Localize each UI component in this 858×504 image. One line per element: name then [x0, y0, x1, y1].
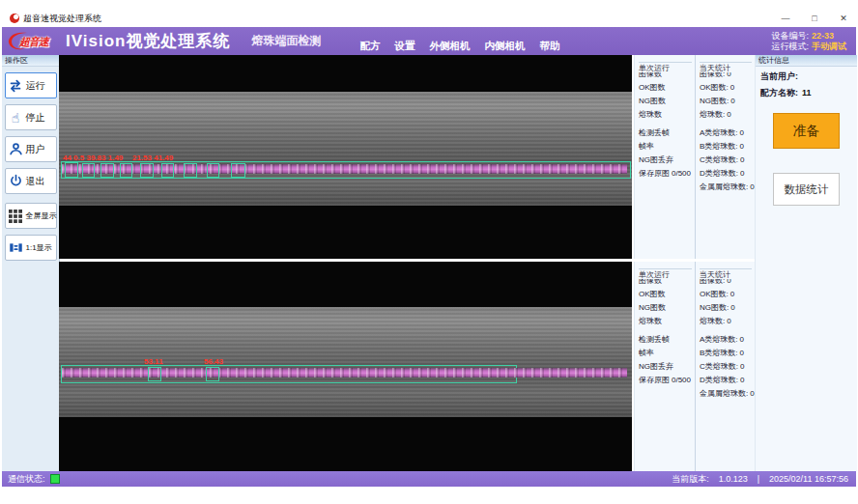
- app-subtitle: 熔珠端面检测: [251, 33, 321, 49]
- stat-label: 熔珠数: [639, 110, 662, 119]
- bead-detection-box: [184, 163, 197, 178]
- camera-viewport-bottom: 53.11 56.43: [59, 262, 632, 471]
- stat-value: 0: [730, 290, 734, 298]
- stat-label: NG图丢弃: [639, 155, 673, 164]
- menu-outer-camera[interactable]: 外侧相机: [429, 40, 470, 53]
- stat-label: 熔珠数: [639, 317, 662, 325]
- window-titlebar: 超音速视觉处理系统 — □ ✕: [2, 10, 856, 27]
- stat-label: 检测丢帧: [639, 128, 670, 137]
- bead-detection-box: [206, 367, 219, 381]
- stat-label: OK图数: [639, 83, 666, 92]
- single-run-header: 单次运行: [639, 64, 672, 72]
- one-to-one-icon: [8, 239, 24, 256]
- user-button-label: 用户: [26, 143, 45, 156]
- exit-button[interactable]: 退出: [5, 168, 57, 194]
- stat-value: 0: [740, 362, 744, 371]
- bead-detection-box: [231, 163, 245, 178]
- stat-label: 熔珠数:: [700, 317, 725, 325]
- minimize-icon[interactable]: —: [779, 12, 792, 25]
- stat-label: 金属屑熔珠数:: [700, 182, 748, 191]
- sidebar-title: 操作区: [2, 55, 59, 67]
- stop-button[interactable]: ☝ 停止: [5, 104, 57, 130]
- stat-row: 检测丢帧: [639, 333, 695, 347]
- daily-stats-header: 当天统计: [700, 270, 733, 279]
- current-user-label: 当前用户:: [760, 71, 798, 81]
- statistics-info-panel: 统计信息 当前用户: 配方名称:11 准备 数据统计: [755, 55, 857, 471]
- bead-detection-box: [161, 163, 174, 178]
- stat-row: NG图丢弃: [639, 360, 695, 374]
- menu-help[interactable]: 帮助: [539, 40, 559, 53]
- brand-logo: 超音速: [6, 29, 62, 54]
- stat-label: A类熔珠数:: [700, 335, 738, 344]
- comm-status-label: 通信状态:: [8, 473, 45, 486]
- single-run-column: 单次运行 图像数OK图数NG图数熔珠数检测丢帧帧率NG图丢弃保存原图0/500: [635, 55, 695, 259]
- version-value: 1.0.123: [719, 474, 748, 484]
- app-title: IVision视觉处理系统: [66, 30, 230, 52]
- power-icon: [8, 173, 24, 189]
- stat-row: A类熔珠数:0: [700, 333, 755, 347]
- run-mode-value: 手动调试: [812, 42, 846, 51]
- stat-label: OK图数:: [700, 83, 729, 92]
- stat-row: 熔珠数: [639, 108, 695, 122]
- menu-inner-camera[interactable]: 内侧相机: [484, 40, 525, 53]
- stat-label: OK图数:: [700, 290, 729, 298]
- bead-detection-box: [207, 163, 219, 178]
- bead-detection-box: [100, 163, 114, 178]
- stat-value: 0/500: [672, 169, 691, 178]
- measurement-annotation: 53.11: [144, 357, 163, 366]
- menu-recipe[interactable]: 配方: [359, 40, 380, 53]
- stat-row: NG图丢弃: [639, 154, 695, 167]
- camera-image-band: [59, 92, 632, 206]
- one-to-one-button[interactable]: 1:1显示: [5, 235, 57, 261]
- device-number-value: 22-33: [812, 31, 834, 41]
- stat-row: OK图数:0: [700, 288, 755, 301]
- stat-row: OK图数:0: [700, 81, 755, 95]
- stat-row: 熔珠数:0: [700, 315, 755, 328]
- status-separator: |: [758, 474, 759, 484]
- stat-label: 金属屑熔珠数:: [700, 389, 748, 398]
- daily-stats-column: 当天统计 图像数:0OK图数:0NG图数:0熔珠数:0A类熔珠数:0B类熔珠数:…: [695, 55, 755, 259]
- maximize-icon[interactable]: □: [808, 12, 821, 25]
- stat-row: NG图数:0: [700, 301, 755, 315]
- stat-label: A类熔珠数:: [700, 128, 738, 137]
- stat-row: D类熔珠数:0: [700, 167, 755, 181]
- stat-row: NG图数:0: [700, 95, 755, 108]
- data-statistics-button[interactable]: 数据统计: [773, 173, 840, 206]
- stat-value: 0: [740, 142, 744, 151]
- stat-value: 0: [740, 335, 744, 344]
- stat-value: 0: [727, 110, 730, 119]
- operation-sidebar: 操作区 运行 ☝ 停止 用户 退出: [2, 55, 60, 471]
- device-number-label: 设备编号:: [771, 31, 809, 41]
- prepare-button[interactable]: 准备: [773, 113, 840, 149]
- info-panel-title: 统计信息: [756, 55, 857, 67]
- hand-stop-icon: ☝: [8, 109, 24, 126]
- bead-detection-box: [65, 162, 78, 178]
- comm-status-indicator: [50, 474, 60, 484]
- stat-label: 保存原图: [639, 169, 670, 178]
- bead-detection-box: [82, 163, 95, 178]
- stat-row: D类熔珠数:0: [700, 374, 755, 387]
- user-button[interactable]: 用户: [5, 136, 57, 162]
- run-button[interactable]: 运行: [5, 72, 57, 98]
- close-icon[interactable]: ✕: [837, 12, 850, 25]
- stat-row: 保存原图0/500: [639, 374, 695, 387]
- stat-row: 检测丢帧: [639, 126, 695, 140]
- daily-stats-column: 当天统计 图像数:0OK图数:0NG图数:0熔珠数:0A类熔珠数:0B类熔珠数:…: [695, 262, 755, 471]
- stat-row: B类熔珠数:0: [700, 347, 755, 360]
- stat-label: NG图数: [639, 303, 666, 312]
- stat-value: 0: [740, 376, 744, 384]
- stat-value: 0: [730, 83, 734, 92]
- stat-value: 0: [727, 317, 730, 325]
- exit-button-label: 退出: [26, 175, 45, 188]
- measurement-annotation: 44 0.5 39.83 1.49: [63, 154, 123, 162]
- stat-value: 0/500: [672, 376, 691, 384]
- stat-row: 金属屑熔珠数:0: [700, 181, 755, 194]
- stat-row: OK图数: [639, 81, 695, 95]
- fullscreen-button[interactable]: 全屏显示: [5, 203, 57, 229]
- brand-name: 超音速: [19, 35, 48, 49]
- stat-row: C类熔珠数:0: [700, 360, 755, 374]
- stat-value: 0: [730, 303, 734, 312]
- menu-settings[interactable]: 设置: [394, 40, 415, 53]
- stat-label: D类熔珠数:: [700, 169, 738, 178]
- stat-label: 熔珠数:: [700, 110, 725, 119]
